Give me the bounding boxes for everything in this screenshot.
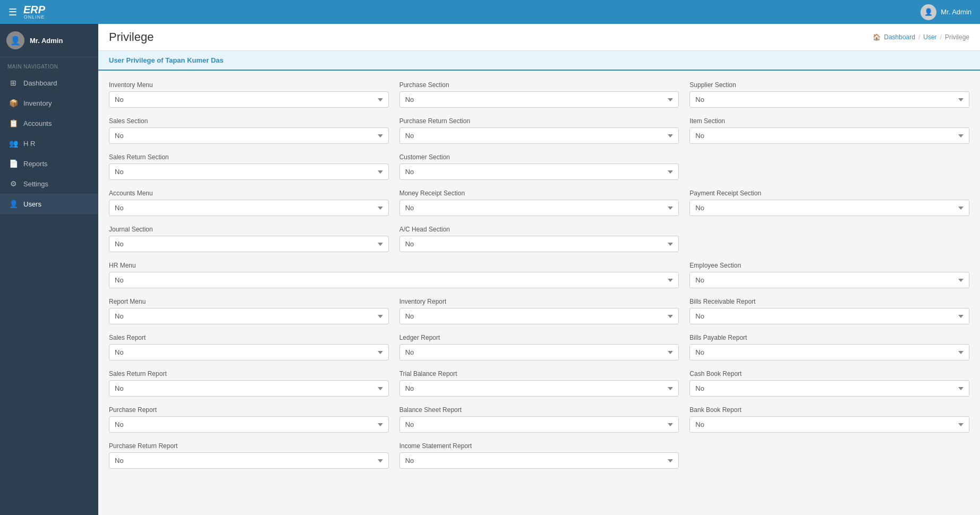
sidebar-avatar: 👤 [6,31,24,49]
breadcrumb-dashboard[interactable]: Dashboard [884,33,915,41]
sidebar-item-settings[interactable]: ⚙ Settings [0,174,98,194]
field-ac-head-section: A/C Head Section NoYes [399,226,679,252]
label-income-statement-report: Income Statement Report [399,442,679,450]
select-income-statement-report[interactable]: NoYes [399,452,679,469]
sidebar-nav-label: MAIN NAVIGATION [0,57,98,73]
select-ac-head-section[interactable]: NoYes [399,236,679,252]
field-bills-payable-report: Bills Payable Report NoYes [689,334,969,360]
form-row-2: Sales Section NoYes Purchase Return Sect… [109,117,969,153]
label-report-menu: Report Menu [109,298,389,305]
label-bank-book-report: Bank Book Report [689,406,969,414]
top-navbar: ☰ ERP ONLINE 👤 Mr. Admin [0,0,980,24]
sidebar-item-inventory[interactable]: 📦 Inventory [0,93,98,113]
sidebar-item-dashboard[interactable]: ⊞ Dashboard [0,73,98,93]
label-journal-section: Journal Section [109,226,389,233]
select-payment-receipt[interactable]: NoYes [689,200,969,216]
select-customer-section[interactable]: NoYes [399,164,679,180]
form-row-7: Report Menu NoYes Inventory Report NoYes… [109,298,969,334]
select-sales-return-report[interactable]: NoYes [109,380,389,397]
select-purchase-return-section[interactable]: NoYes [399,127,679,144]
navbar-left: ☰ ERP ONLINE [8,4,45,20]
field-ledger-report: Ledger Report NoYes [399,334,679,360]
select-employee-section[interactable]: NoYes [689,272,969,288]
form-row-5: Journal Section NoYes A/C Head Section N… [109,226,969,262]
select-accounts-menu[interactable]: NoYes [109,200,389,216]
select-purchase-return-report[interactable]: NoYes [109,452,389,469]
field-trial-balance-report: Trial Balance Report NoYes [399,370,679,397]
sub-header-text: User Privilege of Tapan Kumer Das [109,56,224,64]
form-area: Inventory Menu NoYes Purchase Section No… [98,71,980,515]
hr-icon: 👥 [8,139,18,148]
form-row-1: Inventory Menu NoYes Purchase Section No… [109,81,969,117]
select-item-section[interactable]: NoYes [689,127,969,144]
navbar-logo: ERP ONLINE [23,4,45,20]
select-supplier-section[interactable]: NoYes [689,91,969,108]
label-inventory-menu: Inventory Menu [109,81,389,89]
field-payment-receipt: Payment Receipt Section NoYes [689,190,969,216]
sidebar-item-label: Reports [23,160,48,168]
select-purchase-report[interactable]: NoYes [109,416,389,433]
label-money-receipt: Money Receipt Section [399,190,679,197]
sidebar-item-hr[interactable]: 👥 H R [0,133,98,153]
content-area: Privilege 🏠 Dashboard / User / Privilege… [98,24,980,515]
sidebar-item-label: H R [23,140,35,148]
breadcrumb-icon: 🏠 [873,33,881,41]
label-accounts-menu: Accounts Menu [109,190,389,197]
select-bills-payable-report[interactable]: NoYes [689,344,969,360]
select-sales-report[interactable]: NoYes [109,344,389,360]
breadcrumb-user[interactable]: User [923,33,936,41]
label-customer-section: Customer Section [399,153,679,161]
select-balance-sheet-report[interactable]: NoYes [399,416,679,433]
sub-header: User Privilege of Tapan Kumer Das [98,51,980,71]
placeholder-col3-row11 [689,442,969,478]
select-sales-return-section[interactable]: NoYes [109,164,389,180]
select-report-menu[interactable]: NoYes [109,308,389,324]
select-hr-menu[interactable]: NoYes [109,272,679,288]
admin-avatar: 👤 [921,4,936,20]
breadcrumb: 🏠 Dashboard / User / Privilege [873,33,969,41]
page-title: Privilege [109,30,154,44]
label-employee-section: Employee Section [689,262,969,269]
sidebar-item-accounts[interactable]: 📋 Accounts [0,113,98,133]
select-sales-section[interactable]: NoYes [109,127,389,144]
field-cash-book-report: Cash Book Report NoYes [689,370,969,397]
label-bills-payable-report: Bills Payable Report [689,334,969,341]
accounts-icon: 📋 [8,119,18,127]
field-customer-section: Customer Section NoYes [399,153,679,180]
sidebar-item-label: Accounts [23,119,52,127]
placeholder-col3-row5 [689,226,969,262]
select-inventory-menu[interactable]: NoYes [109,91,389,108]
sidebar-item-reports[interactable]: 📄 Reports [0,153,98,174]
field-sales-return-section: Sales Return Section NoYes [109,153,389,180]
select-cash-book-report[interactable]: NoYes [689,380,969,397]
hamburger-button[interactable]: ☰ [8,6,17,18]
label-inventory-report: Inventory Report [399,298,679,305]
select-trial-balance-report[interactable]: NoYes [399,380,679,397]
field-journal-section: Journal Section NoYes [109,226,389,252]
select-inventory-report[interactable]: NoYes [399,308,679,324]
settings-icon: ⚙ [8,179,18,188]
page-header: Privilege 🏠 Dashboard / User / Privilege [98,24,980,51]
select-ledger-report[interactable]: NoYes [399,344,679,360]
select-money-receipt[interactable]: NoYes [399,200,679,216]
form-row-3: Sales Return Section NoYes Customer Sect… [109,153,969,190]
select-journal-section[interactable]: NoYes [109,236,389,252]
label-purchase-return-report: Purchase Return Report [109,442,389,450]
inventory-icon: 📦 [8,99,18,107]
users-icon: 👤 [8,200,18,208]
sidebar-item-users[interactable]: 👤 Users [0,194,98,214]
select-bank-book-report[interactable]: NoYes [689,416,969,433]
label-balance-sheet-report: Balance Sheet Report [399,406,679,414]
field-sales-report: Sales Report NoYes [109,334,389,360]
breadcrumb-current: Privilege [945,33,969,41]
sidebar-user: 👤 Mr. Admin [0,24,98,57]
breadcrumb-sep2: / [940,33,942,41]
select-bills-receivable-report[interactable]: NoYes [689,308,969,324]
form-row-6: HR Menu NoYes Employee Section NoYes [109,262,969,298]
field-balance-sheet-report: Balance Sheet Report NoYes [399,406,679,433]
label-bills-receivable-report: Bills Receivable Report [689,298,969,305]
select-purchase-section[interactable]: NoYes [399,91,679,108]
field-inventory-menu: Inventory Menu NoYes [109,81,389,108]
label-item-section: Item Section [689,117,969,125]
label-sales-report: Sales Report [109,334,389,341]
